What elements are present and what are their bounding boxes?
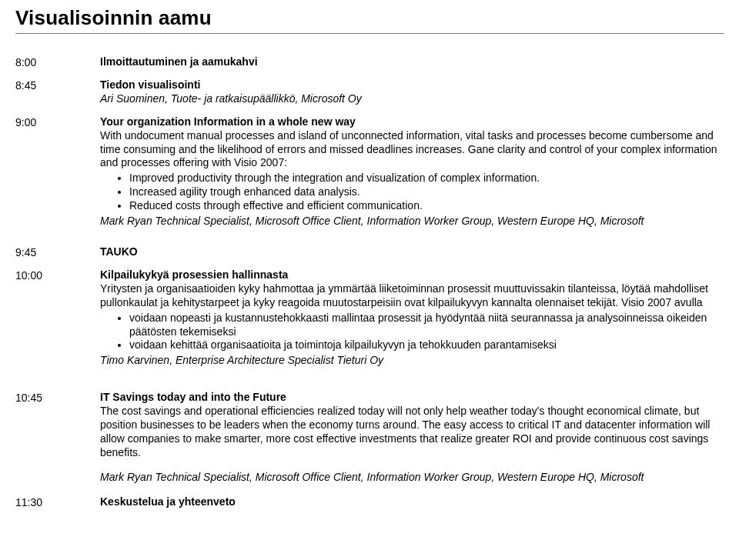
agenda-lead: Yritysten ja organisaatioiden kyky hahmo… (100, 282, 724, 310)
agenda-bullet: Improved productivity through the integr… (129, 172, 724, 185)
agenda-body: Keskustelua ja yhteenveto (100, 495, 724, 509)
title-rule (15, 33, 724, 34)
agenda-heading: Ilmoittautuminen ja aamukahvi (100, 55, 724, 69)
time-label: 8:45 (15, 78, 100, 92)
agenda-body: TAUKO (100, 245, 724, 259)
time-label: 10:45 (15, 391, 100, 404)
agenda-speaker: Mark Ryan Technical Specialist, Microsof… (100, 215, 724, 228)
time-label: 11:30 (15, 495, 100, 508)
agenda-heading: TAUKO (100, 245, 724, 259)
time-label: 9:00 (15, 115, 100, 128)
agenda-row: 8:45 Tiedon visualisointi Ari Suominen, … (15, 78, 724, 106)
agenda-bullet: Reduced costs through effective and effi… (129, 199, 724, 213)
agenda-bullet: voidaan nopeasti ja kustannustehokkaasti… (129, 312, 724, 339)
time-label: 8:00 (15, 55, 100, 68)
agenda-body: Tiedon visualisointi Ari Suominen, Tuote… (100, 78, 724, 106)
agenda-row: 11:30 Keskustelua ja yhteenveto (15, 495, 724, 509)
agenda-row: 10:45 IT Savings today and into the Futu… (15, 391, 724, 484)
agenda-bullet: Increased agility trough enhanced data a… (129, 185, 724, 199)
agenda-body: Your organization Information in a whole… (100, 115, 724, 228)
time-label: 10:00 (15, 268, 100, 282)
agenda-body: Kilpailukykyä prosessien hallinnasta Yri… (100, 268, 724, 368)
agenda-heading: Keskustelua ja yhteenveto (100, 495, 724, 509)
agenda-speaker: Mark Ryan Technical Specialist, Microsof… (100, 471, 724, 485)
agenda-body: IT Savings today and into the Future The… (100, 391, 724, 484)
page-title: Visualisoinnin aamu (15, 6, 724, 30)
agenda-bullets: voidaan nopeasti ja kustannustehokkaasti… (100, 312, 724, 353)
agenda-lead: The cost savings and operational efficie… (100, 405, 724, 460)
agenda-body: Ilmoittautuminen ja aamukahvi (100, 55, 724, 69)
agenda-heading: Kilpailukykyä prosessien hallinnasta (100, 268, 724, 282)
agenda-row: 9:00 Your organization Information in a … (15, 115, 724, 228)
agenda-bullets: Improved productivity through the integr… (100, 172, 724, 213)
schedule: 8:00 Ilmoittautuminen ja aamukahvi 8:45 … (15, 55, 724, 509)
agenda-row: 8:00 Ilmoittautuminen ja aamukahvi (15, 55, 724, 69)
agenda-heading: Tiedon visualisointi (100, 78, 724, 92)
page: Visualisoinnin aamu 8:00 Ilmoittautumine… (0, 0, 739, 537)
agenda-row: 9:45 TAUKO (15, 245, 724, 259)
agenda-heading: Your organization Information in a whole… (100, 115, 724, 129)
agenda-bullet: voidaan kehittää organisaatioita ja toim… (129, 338, 724, 352)
time-label: 9:45 (15, 245, 100, 258)
agenda-heading: IT Savings today and into the Future (100, 391, 724, 405)
agenda-row: 10:00 Kilpailukykyä prosessien hallinnas… (15, 268, 724, 368)
agenda-speaker: Timo Karvinen, Enterprise Architecture S… (100, 354, 724, 368)
agenda-speaker: Ari Suominen, Tuote- ja ratkaisupäällikk… (100, 92, 724, 106)
agenda-lead: With undocument manual processes and isl… (100, 129, 724, 171)
